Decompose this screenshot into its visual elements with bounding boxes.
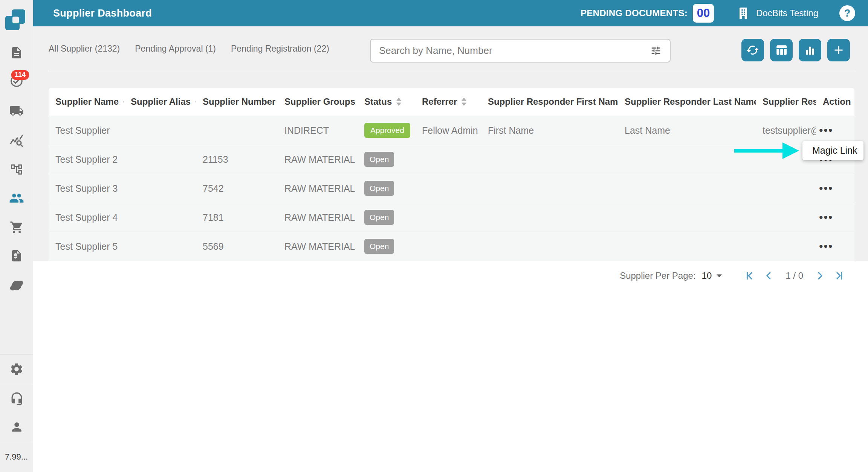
search-input[interactable] (379, 45, 650, 57)
status-badge: Open (364, 152, 394, 167)
col-referrer[interactable]: Referrer (415, 96, 481, 107)
per-page-caret-icon[interactable] (716, 274, 722, 278)
cell-name: Test Supplier 5 (49, 241, 124, 252)
cell-number: 5569 (196, 241, 278, 252)
sidebar-item-analytics[interactable] (6, 130, 27, 151)
help-button[interactable]: ? (839, 5, 855, 21)
sidebar-item-integrations[interactable] (6, 275, 27, 296)
cell-groups: RAW MATERIAL (278, 241, 358, 252)
status-badge: Approved (364, 123, 410, 138)
sidebar-divider (0, 354, 33, 355)
cell-number: 7181 (196, 212, 278, 223)
col-supplier-number[interactable]: Supplier Number (196, 96, 278, 107)
row-actions-button[interactable]: ••• (816, 182, 854, 195)
col-responder-email[interactable]: Supplier Resp (756, 96, 816, 107)
col-supplier-alias[interactable]: Supplier Alias (124, 96, 196, 107)
table-row[interactable]: Test Supplier 3 7542 RAW MATERIAL Open •… (49, 174, 854, 203)
highlight-arrow (734, 142, 799, 159)
pending-documents-count[interactable]: 00 (693, 4, 714, 23)
add-supplier-button[interactable] (827, 39, 850, 61)
sidebar-item-settings[interactable] (6, 359, 27, 380)
table-pagination: Supplier Per Page: 10 1 / 0 (49, 261, 854, 290)
row-actions-button[interactable]: ••• (816, 211, 854, 224)
sidebar-divider (0, 384, 33, 384)
status-badge: Open (364, 239, 394, 254)
last-page-button[interactable] (833, 270, 844, 281)
sidebar-item-suppliers[interactable] (6, 188, 27, 209)
cell-referrer: Fellow Admin (415, 125, 481, 136)
row-actions-button[interactable]: ••• (816, 240, 854, 253)
table-row[interactable]: Test Supplier 4 7181 RAW MATERIAL Open •… (49, 203, 854, 232)
row-actions-button[interactable]: ••• (816, 124, 854, 137)
logo-hole (12, 17, 19, 23)
cell-name: Test Supplier 4 (49, 212, 124, 223)
col-responder-last-name[interactable]: Supplier Responder Last Name (618, 96, 756, 107)
magic-link-label: Magic Link (812, 145, 857, 156)
col-supplier-name[interactable]: Supplier Name (49, 96, 124, 107)
sidebar: 114 7.99... (0, 0, 33, 472)
tab-all-supplier[interactable]: All Supplier (2132) (49, 41, 120, 56)
col-action: Action (816, 96, 854, 107)
tab-pending-approval[interactable]: Pending Approval (1) (135, 41, 216, 56)
first-page-button[interactable] (745, 270, 755, 281)
supplier-tabs: All Supplier (2132) Pending Approval (1)… (49, 41, 329, 56)
sort-icon[interactable] (461, 97, 467, 106)
cell-status: Open (358, 210, 415, 225)
sidebar-divider (0, 442, 33, 442)
cell-responder-last: Last Name (618, 125, 756, 136)
question-mark-icon: ? (844, 8, 851, 19)
cell-groups: RAW MATERIAL (278, 212, 358, 223)
organization-name[interactable]: DocBits Testing (756, 8, 818, 18)
plus-icon (832, 43, 845, 57)
col-status[interactable]: Status (358, 96, 415, 107)
previous-page-button[interactable] (764, 270, 774, 281)
cell-groups: RAW MATERIAL (278, 154, 358, 165)
orbit-icon (9, 278, 24, 293)
column-settings-button[interactable] (770, 39, 793, 61)
status-badge: Open (364, 181, 394, 196)
app-logo[interactable] (0, 0, 33, 33)
tabs-divider (49, 71, 854, 71)
sidebar-item-shipments[interactable] (6, 100, 27, 121)
refresh-button[interactable] (741, 39, 764, 61)
pending-documents-label: PENDING DOCUMENTS: (581, 8, 688, 18)
building-icon (736, 6, 751, 21)
cell-responder-email: testsupplier@t (756, 125, 816, 136)
person-icon (10, 420, 24, 434)
table-row[interactable]: Test Supplier 5 5569 RAW MATERIAL Open •… (49, 232, 854, 261)
sidebar-item-workflows[interactable] (6, 159, 27, 180)
col-supplier-groups[interactable]: Supplier Groups (278, 96, 358, 107)
cell-status: Open (358, 152, 415, 167)
chart-view-button[interactable] (799, 39, 821, 61)
toolbar (741, 39, 850, 61)
col-responder-first-name[interactable]: Supplier Responder First Name (481, 96, 618, 107)
table-row[interactable]: Test Supplier 2 21153 RAW MATERIAL Open … (49, 145, 854, 174)
cell-status: Approved (358, 123, 415, 138)
per-page-label: Supplier Per Page: (620, 270, 695, 281)
sidebar-item-invoices[interactable] (6, 245, 27, 266)
cell-number: 7542 (196, 183, 278, 194)
truck-icon (9, 104, 24, 118)
app-version: 7.99... (5, 452, 28, 462)
gear-icon (9, 362, 24, 376)
cell-name: Test Supplier (49, 125, 124, 136)
approvals-count-badge: 114 (11, 70, 29, 80)
sidebar-item-purchase-orders[interactable] (6, 217, 27, 238)
sidebar-item-profile[interactable] (6, 416, 27, 437)
sort-icon[interactable] (396, 97, 402, 106)
table-icon (775, 44, 788, 57)
sidebar-item-support[interactable] (6, 388, 27, 409)
search-box (370, 39, 671, 63)
table-row[interactable]: Test Supplier INDIRECT Approved Fellow A… (49, 116, 854, 145)
per-page-value[interactable]: 10 (702, 270, 712, 281)
filter-tune-icon[interactable] (650, 45, 662, 57)
cell-name: Test Supplier 3 (49, 183, 124, 194)
tab-pending-registration[interactable]: Pending Registration (22) (231, 41, 329, 56)
magic-link-menu-item[interactable]: Magic Link (802, 141, 863, 160)
top-bar: Supplier Dashboard PENDING DOCUMENTS: 00… (33, 0, 868, 26)
cell-groups: RAW MATERIAL (278, 183, 358, 194)
sidebar-item-documents[interactable] (6, 42, 27, 63)
supplier-table: Supplier Name Supplier Alias Supplier Nu… (49, 88, 854, 290)
next-page-button[interactable] (815, 270, 825, 281)
cell-number: 21153 (196, 154, 278, 165)
